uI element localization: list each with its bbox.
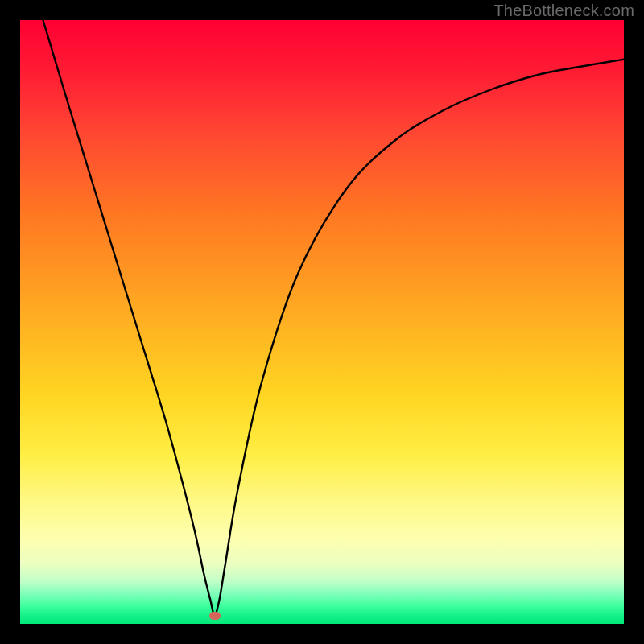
chart-frame: TheBottleneck.com	[0, 0, 644, 644]
watermark-text: TheBottleneck.com	[493, 2, 634, 20]
plot-gradient-background	[20, 20, 624, 624]
optimal-point-marker	[209, 612, 221, 620]
